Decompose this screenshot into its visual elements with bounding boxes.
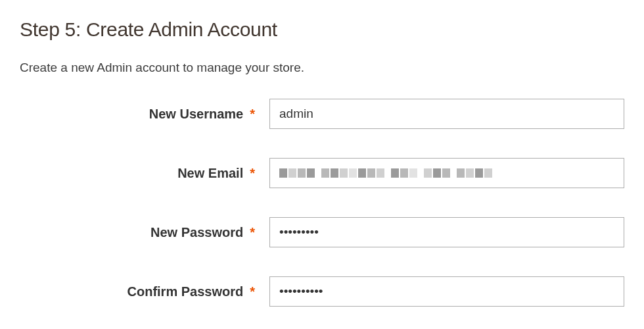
password-input[interactable] [269, 217, 624, 247]
password-input-area [269, 217, 624, 247]
email-row: New Email * [20, 158, 624, 188]
confirm-password-input-area [269, 276, 624, 307]
required-asterisk-icon: * [250, 107, 255, 122]
email-input[interactable] [269, 158, 624, 188]
email-label: New Email [177, 166, 243, 181]
required-asterisk-icon: * [250, 225, 255, 240]
username-label-area: New Username * [20, 107, 269, 122]
page-description: Create a new Admin account to manage you… [20, 61, 624, 75]
email-blurred-content [279, 168, 492, 178]
page-title: Step 5: Create Admin Account [20, 18, 624, 41]
password-label: New Password [150, 225, 243, 240]
password-label-area: New Password * [20, 225, 269, 240]
required-asterisk-icon: * [250, 166, 255, 181]
required-asterisk-icon: * [250, 284, 255, 299]
confirm-password-label-area: Confirm Password * [20, 284, 269, 299]
confirm-password-row: Confirm Password * [20, 276, 624, 307]
username-input[interactable] [269, 99, 624, 129]
username-label: New Username [149, 107, 243, 122]
username-row: New Username * [20, 99, 624, 129]
email-input-area [269, 158, 624, 188]
username-input-area [269, 99, 624, 129]
confirm-password-input[interactable] [269, 276, 624, 307]
email-label-area: New Email * [20, 166, 269, 181]
password-row: New Password * [20, 217, 624, 247]
confirm-password-label: Confirm Password [127, 284, 244, 299]
